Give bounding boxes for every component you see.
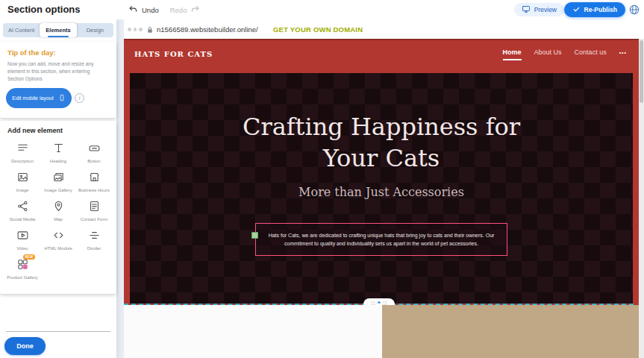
element-label: Social Media [10,217,35,223]
scrollbar[interactable] [639,39,644,358]
element-video[interactable]: Video [4,227,40,254]
element-label: Video [16,246,28,252]
element-business-hours[interactable]: Business Hours [76,169,112,195]
browser-bar: n1566589.websitebuilder.online/ GET YOUR… [124,19,644,39]
monitor-icon [522,4,531,15]
info-icon[interactable]: i [75,93,84,103]
element-html-module[interactable]: HTML Module [40,227,76,254]
element-label: Heading [50,159,66,165]
site-nav: Home About Us Contact us ••• [503,48,627,56]
nav-contact-us[interactable]: Contact us [575,48,607,56]
sidebar-tabs: AI Content Elements Design [3,23,113,37]
undo-icon[interactable] [128,4,138,16]
contact-form-icon [88,200,101,216]
tip-title: Tip of the day: [7,48,56,57]
hero-paragraph-text: Hats for Cats, we are dedicated to craft… [269,233,495,246]
site-preview: n1566589.websitebuilder.online/ GET YOUR… [124,19,644,358]
element-label: Image [16,188,29,194]
tab-elements[interactable]: Elements [40,23,76,37]
preview-label: Preview [534,6,557,13]
element-label: Divider [87,246,101,252]
element-description[interactable]: Description [4,139,40,166]
window-dots [128,28,143,31]
hero-section[interactable]: Crafting Happiness for Your Cats More th… [130,73,633,304]
element-grid: Description Heading Button Image Image G… [4,139,112,283]
website-canvas: HATS FOR CATS Home About Us Contact us •… [124,39,644,358]
divider-icon [88,229,101,245]
element-heading[interactable]: Heading [40,139,76,166]
button-icon [88,142,101,157]
product-gallery-icon [16,258,29,274]
description-icon [16,142,29,157]
website-inner: HATS FOR CATS Home About Us Contact us •… [124,39,639,358]
site-header: HATS FOR CATS Home About Us Contact us •… [124,40,639,73]
hero-subtitle[interactable]: More than Just Accessories [130,185,633,199]
republish-button[interactable]: Re-Publish [564,2,625,17]
undo-button[interactable]: Undo [142,6,159,14]
add-element-title: Add new element [7,127,63,134]
element-button[interactable]: Button [76,139,112,166]
nav-home[interactable]: Home [503,48,522,56]
element-label: Map [54,217,63,223]
element-resize-handle[interactable] [251,232,258,239]
tip-card: Tip of the day: Now you can add, move an… [0,42,116,118]
scrollbar-thumb[interactable] [640,40,643,103]
preview-button[interactable]: Preview [514,3,564,16]
undo-redo-group: Undo Redo [128,4,200,16]
more-menu-icon[interactable]: ••• [619,50,627,55]
element-image-gallery[interactable]: Image Gallery [40,169,76,195]
sidebar: AI Content Elements Design Tip of the da… [0,19,116,358]
tab-ai-content[interactable]: AI Content [3,23,40,37]
tip-body: Now you can add, move and resize any ele… [7,60,106,83]
redo-icon[interactable] [190,4,200,16]
next-section [124,305,639,358]
video-icon [16,229,29,245]
sidebar-divider [6,331,110,332]
get-domain-link[interactable]: GET YOUR OWN DOMAIN [273,25,363,34]
redo-button[interactable]: Redo [170,6,187,14]
element-label: Business Hours [78,188,110,194]
element-map[interactable]: Map [40,198,76,224]
cat-photo [382,305,639,358]
lock-icon [146,24,154,37]
new-badge: NEW [23,254,35,260]
element-label: Description [11,159,34,165]
url-text[interactable]: n1566589.websitebuilder.online/ [157,25,258,34]
hero-paragraph-selected[interactable]: Hats for Cats, we are dedicated to craft… [255,223,507,256]
element-label: Image Gallery [44,188,72,194]
element-product-gallery[interactable]: NEW Product Gallery [4,256,40,283]
nav-about-us[interactable]: About Us [534,48,562,56]
image-icon [16,171,29,186]
html-module-icon [52,229,65,245]
element-image[interactable]: Image [4,169,40,195]
add-element-panel: Add new element Description Heading Butt… [0,121,116,294]
image-gallery-icon [52,171,65,186]
element-social-media[interactable]: Social Media [4,198,40,224]
tab-design[interactable]: Design [77,23,113,37]
element-label: Contact Form [81,217,107,223]
phone-icon [58,92,66,104]
heading-icon [52,142,65,157]
element-label: Product Gallery [7,275,37,281]
republish-label: Re-Publish [584,6,617,13]
business-hours-icon [88,171,101,186]
done-button[interactable]: Done [4,337,46,355]
page-title: Section options [7,4,81,15]
check-icon [572,5,581,15]
edit-mobile-label: Edit mobile layout [12,95,53,101]
edit-mobile-layout-button[interactable]: Edit mobile layout [6,88,72,108]
hero-title[interactable]: Crafting Happiness for Your Cats [236,112,527,174]
app-root: Section options Undo Redo Preview Re-Pub… [0,0,644,358]
topbar: Section options Undo Redo Preview Re-Pub… [0,0,644,19]
site-logo[interactable]: HATS FOR CATS [134,50,213,58]
social-media-icon [16,200,29,216]
element-label: HTML Module [44,246,72,252]
element-divider[interactable]: Divider [76,227,112,254]
map-icon [52,200,65,216]
element-contact-form[interactable]: Contact Form [76,198,112,224]
element-label: Button [87,159,100,165]
globe-icon[interactable] [628,4,640,16]
